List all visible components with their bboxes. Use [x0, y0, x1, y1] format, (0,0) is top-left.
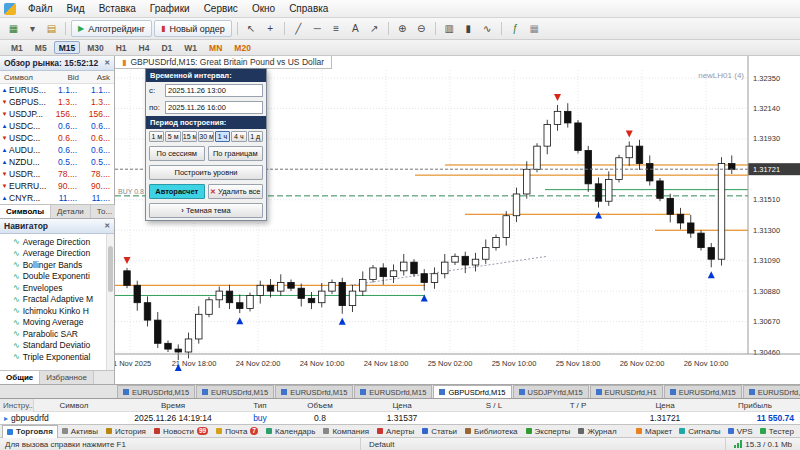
timeframe-H4[interactable]: H4: [134, 41, 155, 54]
column-header-2[interactable]: Ask: [79, 73, 114, 82]
bottom-tab-10[interactable]: Эксперты: [522, 425, 575, 438]
period-button-0[interactable]: 1 м: [149, 131, 164, 142]
fibo-icon[interactable]: ≡: [328, 20, 345, 37]
period-button-4[interactable]: 1 ч: [215, 131, 230, 142]
new-order-button[interactable]: ▮Новый ордер: [154, 20, 232, 37]
indicators-icon[interactable]: ƒ: [507, 20, 524, 37]
menu-item-3[interactable]: Графики: [143, 1, 197, 16]
menu-item-0[interactable]: Файл: [21, 1, 60, 16]
symbol-row[interactable]: ▾USDJP...156...156...: [0, 108, 114, 120]
scrollbar-thumb[interactable]: [108, 246, 113, 292]
toolbox-column-3[interactable]: Объем: [288, 401, 352, 410]
navigator-item[interactable]: ∿Average Direction: [0, 248, 114, 260]
symbol-row[interactable]: ▾USDC...0.6...0.6...: [0, 132, 114, 144]
status-profile[interactable]: Default: [360, 438, 725, 450]
bottom-tab-2[interactable]: История: [102, 425, 150, 438]
navigator-item[interactable]: ∿Ichimoku Kinko H: [0, 305, 114, 317]
chart-tab-4[interactable]: GBPUSDrfd,M15: [433, 385, 511, 398]
bottom-tab-9[interactable]: Библиотека: [461, 425, 522, 438]
symbol-row[interactable]: ▴AUDU...0.6...0.6...: [0, 144, 114, 156]
bottom-tab-7[interactable]: Алерты: [373, 425, 418, 438]
menu-item-5[interactable]: Окно: [245, 1, 282, 16]
toolbox-column-0[interactable]: Символ: [34, 401, 114, 410]
navigator-item[interactable]: ∿Fractal Adaptive M: [0, 294, 114, 306]
profiles-icon[interactable]: ▤: [43, 20, 60, 37]
candles-chart-icon[interactable]: ▮: [460, 20, 477, 37]
chart-tab-8[interactable]: EURUSDrfd,M1: [743, 385, 800, 398]
bottom-tab-4[interactable]: Почта7: [212, 425, 262, 438]
new-chart-icon[interactable]: ▦: [5, 20, 22, 37]
bottom-right-item-0[interactable]: Маркет: [636, 427, 672, 436]
grid-icon[interactable]: ▦: [526, 20, 543, 37]
algotrading-button[interactable]: ▶Алготрейдинг: [71, 20, 152, 37]
delete-all-button[interactable]: ✕ Удалить все: [208, 184, 264, 199]
toolbox-column-7[interactable]: Цена: [620, 401, 710, 410]
toolbox-caption[interactable]: Инстру...: [0, 399, 34, 412]
timeframe-W1[interactable]: W1: [179, 41, 202, 54]
market-watch-tab-0[interactable]: Символы: [0, 205, 51, 218]
bottom-right-item-3[interactable]: Тестер: [760, 427, 794, 436]
menu-item-4[interactable]: Сервис: [197, 1, 245, 16]
chart-tab-6[interactable]: EURUSDrfd,H1: [590, 385, 663, 398]
timeframe-D1[interactable]: D1: [156, 41, 177, 54]
timeframe-M15[interactable]: M15: [54, 41, 81, 54]
close-icon[interactable]: ✕: [104, 222, 110, 230]
menu-item-1[interactable]: Вид: [60, 1, 92, 16]
timeframe-M5[interactable]: M5: [30, 41, 52, 54]
period-button-2[interactable]: 15 м: [182, 131, 197, 142]
bottom-tab-5[interactable]: Календарь: [262, 425, 319, 438]
chart-tab-5[interactable]: USDJPYrfd,M15: [513, 385, 589, 398]
bottom-tab-1[interactable]: Активы: [58, 425, 102, 438]
symbol-row[interactable]: ▴NZDU...0.5...0.5...: [0, 156, 114, 168]
period-button-3[interactable]: 30 м: [198, 131, 213, 142]
navigator-item[interactable]: ∿Average Direction: [0, 236, 114, 248]
build-levels-button[interactable]: Построить уровни: [149, 165, 263, 180]
dark-theme-button[interactable]: › Темная тема: [149, 203, 263, 218]
navigator-item[interactable]: ∿Double Exponenti: [0, 271, 114, 283]
autocalc-button[interactable]: Авторасчет: [149, 184, 205, 199]
close-icon[interactable]: ✕: [104, 59, 110, 67]
navigator-item[interactable]: ∿Parabolic SAR: [0, 328, 114, 340]
position-row[interactable]: ▸gbpusdrfd2025.11.26 14:19:14buy0.81.315…: [0, 412, 800, 424]
navigator-tab-1[interactable]: Избранное: [40, 371, 94, 384]
navigator-item[interactable]: ∿Moving Average: [0, 317, 114, 329]
bars-chart-icon[interactable]: ▥: [441, 20, 458, 37]
scrollbar[interactable]: [106, 234, 114, 370]
timeframe-M20[interactable]: M20: [229, 41, 256, 54]
by-borders-button[interactable]: По границам: [208, 146, 264, 161]
bottom-tab-0[interactable]: Торговля: [2, 425, 58, 438]
bottom-tab-8[interactable]: Статьи: [418, 425, 461, 438]
menu-item-2[interactable]: Вставка: [92, 1, 143, 16]
bottom-right-item-1[interactable]: Сигналы: [679, 427, 720, 436]
symbol-row[interactable]: ▾GBPUS...1.3...1.3...: [0, 96, 114, 108]
by-sessions-button[interactable]: По сессиям: [149, 146, 205, 161]
navigator-item[interactable]: ∿Envelopes: [0, 282, 114, 294]
text-icon[interactable]: A: [347, 20, 364, 37]
chart-tab-3[interactable]: EURUSDrfd,M15: [354, 385, 432, 398]
column-header-0[interactable]: Символ: [0, 73, 49, 82]
toolbox-column-6[interactable]: T / P: [536, 401, 620, 410]
symbol-row[interactable]: ▾EURRU...90....90....: [0, 180, 114, 192]
bottom-right-item-2[interactable]: VPS: [728, 427, 753, 436]
chart-tab-0[interactable]: EURUSDrfd,M15: [117, 385, 195, 398]
cursor-icon[interactable]: ↖: [243, 20, 260, 37]
timeframe-M1[interactable]: M1: [6, 41, 28, 54]
toolbox-column-2[interactable]: Тип: [232, 401, 288, 410]
timeframe-MN[interactable]: MN: [204, 41, 227, 54]
arrow-tool-icon[interactable]: ↗: [366, 20, 383, 37]
column-header-1[interactable]: Bid: [49, 73, 79, 82]
navigator-tab-0[interactable]: Общие: [0, 371, 40, 384]
menu-item-6[interactable]: Справка: [282, 1, 335, 16]
timeframe-H1[interactable]: H1: [111, 41, 132, 54]
bottom-tab-3[interactable]: Новости99: [150, 425, 212, 438]
bottom-tab-6[interactable]: Компания: [319, 425, 373, 438]
navigator-item[interactable]: ∿Triple Exponential: [0, 351, 114, 363]
period-button-6[interactable]: 1 д: [248, 131, 263, 142]
symbol-row[interactable]: ▾USDR...78....78....: [0, 168, 114, 180]
line-chart-icon[interactable]: ∿: [479, 20, 496, 37]
toolbox-column-1[interactable]: Время: [114, 401, 232, 410]
chart-tab-7[interactable]: EURUSDrfd,M15: [664, 385, 742, 398]
toolbox-column-4[interactable]: Цена: [352, 401, 452, 410]
timeframe-M30[interactable]: M30: [82, 41, 109, 54]
symbol-row[interactable]: ▴USDC...0.6...0.6...: [0, 120, 114, 132]
